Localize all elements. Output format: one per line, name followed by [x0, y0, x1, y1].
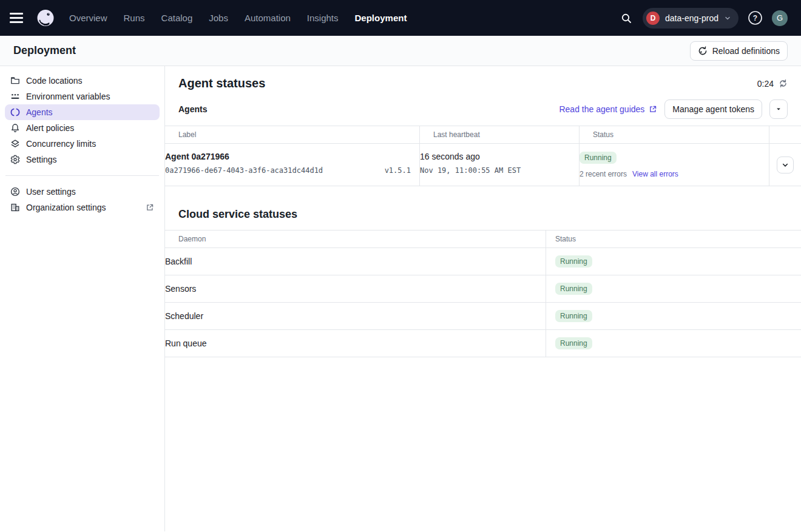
sidebar-item-label: Organization settings: [26, 203, 106, 212]
sidebar-item-agents[interactable]: Agents: [5, 104, 160, 120]
nav-item-automation[interactable]: Automation: [245, 13, 291, 23]
deployment-switcher[interactable]: D data-eng-prod: [643, 8, 738, 29]
reload-icon: [698, 46, 708, 56]
env-variables-icon: [10, 92, 20, 101]
agents-table-header: Label Last heartbeat Status: [165, 126, 801, 144]
external-link-icon: [146, 203, 154, 212]
column-header-last-heartbeat: Last heartbeat: [420, 126, 580, 143]
svg-text:?: ?: [753, 14, 757, 22]
agent-name: Agent 0a271966: [165, 152, 419, 161]
nav-item-deployment[interactable]: Deployment: [355, 13, 407, 23]
search-icon: [620, 12, 632, 24]
user-icon: [10, 187, 20, 197]
cloud-table-header: Daemon Status: [165, 230, 801, 248]
chevron-down-icon: [724, 15, 731, 22]
agent-label-cell: Agent 0a271966 0a271966-de67-4043-a3f6-a…: [165, 144, 420, 186]
user-avatar[interactable]: G: [772, 10, 788, 26]
dagster-logo[interactable]: [35, 8, 56, 29]
building-icon: [10, 203, 20, 212]
daemon-name: Backfill: [165, 248, 546, 275]
heartbeat-relative: 16 seconds ago: [420, 152, 579, 161]
topbar-right-cluster: D data-eng-prod ? G: [619, 8, 788, 29]
sidebar-item-settings[interactable]: Settings: [5, 152, 160, 167]
agent-version: v1.5.1: [385, 166, 411, 175]
status-badge: Running: [580, 152, 617, 164]
agent-icon: [10, 107, 20, 117]
sidebar-item-label: Alert policies: [26, 123, 74, 133]
agent-id: 0a271966-de67-4043-a3f6-aca31dc44d1d: [165, 166, 323, 175]
agent-statuses-header: Agent statuses 0:24: [165, 66, 801, 90]
top-navigation-bar: Overview Runs Catalog Jobs Automation In…: [0, 0, 801, 36]
daemon-name: Sensors: [165, 275, 546, 302]
search-button[interactable]: [619, 11, 634, 25]
deployment-switcher-label: data-eng-prod: [665, 13, 718, 23]
status-badge: Running: [555, 337, 592, 349]
help-icon: ?: [748, 10, 763, 25]
daemon-name: Scheduler: [165, 303, 546, 329]
refresh-countdown: 0:24: [757, 79, 788, 89]
sidebar-item-code-locations[interactable]: Code locations: [5, 73, 160, 89]
status-badge: Running: [555, 310, 592, 322]
reload-definitions-button[interactable]: Reload definitions: [690, 41, 788, 61]
nav-item-jobs[interactable]: Jobs: [209, 13, 228, 23]
daemon-row-sensors: Sensors Running: [165, 275, 801, 303]
nav-item-overview[interactable]: Overview: [69, 13, 107, 23]
agent-statuses-title: Agent statuses: [178, 76, 265, 90]
agent-actions-cell: [769, 144, 801, 186]
agents-section-label: Agents: [178, 104, 207, 114]
column-header-label: Label: [165, 126, 420, 143]
manage-agent-tokens-label: Manage agent tokens: [672, 104, 754, 114]
agent-status-cell: Running 2 recent errors View all errors: [580, 144, 769, 186]
status-badge: Running: [555, 255, 592, 268]
sidebar-item-label: Concurrency limits: [26, 139, 96, 149]
refresh-countdown-value: 0:24: [757, 79, 774, 89]
nav-item-insights[interactable]: Insights: [307, 13, 339, 23]
gear-icon: [10, 155, 20, 164]
column-header-status: Status: [580, 126, 769, 143]
sidebar-item-user-settings[interactable]: User settings: [5, 184, 160, 200]
agents-more-actions-button[interactable]: [769, 99, 788, 119]
page-header: Deployment Reload definitions: [0, 36, 801, 66]
agent-guides-link[interactable]: Read the agent guides: [559, 104, 657, 114]
daemon-row-scheduler: Scheduler Running: [165, 303, 801, 330]
agent-table-row: Agent 0a271966 0a271966-de67-4043-a3f6-a…: [165, 144, 801, 186]
manage-agent-tokens-button[interactable]: Manage agent tokens: [664, 99, 762, 119]
cloud-services-table: Daemon Status Backfill Running Sensors R…: [165, 230, 801, 357]
primary-nav: Overview Runs Catalog Jobs Automation In…: [69, 13, 407, 23]
sidebar-item-environment-variables[interactable]: Environment variables: [5, 89, 160, 104]
daemon-row-run-queue: Run queue Running: [165, 330, 801, 357]
nav-item-catalog[interactable]: Catalog: [161, 13, 193, 23]
nav-item-runs[interactable]: Runs: [124, 13, 145, 23]
folder-icon: [10, 76, 20, 86]
agent-heartbeat-cell: 16 seconds ago Nov 19, 11:00:55 AM EST: [420, 144, 580, 186]
expand-row-button[interactable]: [777, 157, 794, 173]
hamburger-menu-icon[interactable]: [10, 10, 25, 26]
octopus-logo-icon: [35, 8, 56, 29]
sidebar-item-label: Environment variables: [26, 92, 110, 101]
sidebar-item-organization-settings[interactable]: Organization settings: [5, 200, 160, 215]
caret-down-icon: [776, 106, 782, 112]
status-badge: Running: [555, 283, 592, 295]
help-button[interactable]: ?: [748, 10, 763, 25]
heartbeat-timestamp: Nov 19, 11:00:55 AM EST: [420, 166, 579, 175]
reload-definitions-label: Reload definitions: [712, 46, 780, 56]
agents-table: Label Last heartbeat Status Agent 0a2719…: [165, 126, 801, 186]
refresh-icon: [779, 79, 788, 88]
cloud-service-statuses-title: Cloud service statuses: [178, 208, 788, 221]
recent-errors-count: 2 recent errors: [580, 170, 627, 178]
sidebar-item-label: User settings: [26, 187, 76, 197]
sidebar-item-label: Code locations: [26, 76, 83, 86]
column-header-status: Status: [546, 235, 801, 243]
refresh-button[interactable]: [779, 79, 788, 88]
deployment-sidebar: Code locations Environment variables Age…: [0, 66, 165, 531]
external-link-icon: [649, 105, 657, 113]
sidebar-item-alert-policies[interactable]: Alert policies: [5, 120, 160, 136]
column-header-daemon: Daemon: [165, 231, 546, 247]
page-title: Deployment: [13, 44, 76, 57]
daemon-row-backfill: Backfill Running: [165, 248, 801, 275]
daemon-name: Run queue: [165, 330, 546, 357]
agent-guides-link-label: Read the agent guides: [559, 104, 644, 114]
view-all-errors-link[interactable]: View all errors: [632, 170, 678, 178]
deployment-initial-badge: D: [646, 12, 660, 25]
sidebar-item-concurrency-limits[interactable]: Concurrency limits: [5, 136, 160, 152]
